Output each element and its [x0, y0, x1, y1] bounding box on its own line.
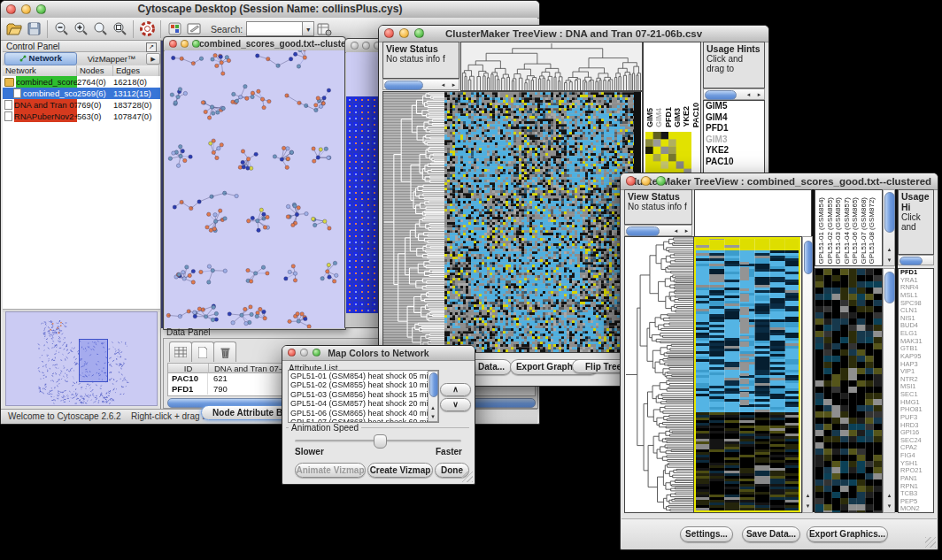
gene-label[interactable]: YKE2	[704, 145, 764, 157]
main-title-bar[interactable]: Cytoscape Desktop (Session Name: collins…	[1, 1, 539, 19]
scroll-down-icon[interactable]: ▾	[429, 412, 437, 421]
zoom-button[interactable]	[656, 176, 666, 186]
scroll-up-icon[interactable]: ▴	[884, 491, 894, 500]
heatmap-canvas[interactable]	[694, 237, 800, 512]
network-canvas[interactable]	[165, 50, 344, 328]
minimize-button[interactable]	[641, 176, 651, 186]
minimize-button[interactable]	[362, 42, 370, 50]
network-list-row[interactable]: combined_scores2764(0)16218(0)	[3, 76, 160, 88]
scroll-right-icon[interactable]: ▸	[449, 81, 459, 89]
treeview1-title-bar[interactable]: ClusterMaker TreeView : DNA and Tran 07-…	[379, 26, 768, 42]
gene-label[interactable]: PAC10	[704, 157, 764, 168]
tv1-row-dendrogram[interactable]	[382, 91, 445, 353]
row-dendrogram-canvas[interactable]	[625, 237, 693, 512]
scroll-left-icon[interactable]: ◂	[744, 90, 753, 99]
heatmap-canvas[interactable]	[444, 92, 641, 352]
save-icon[interactable]	[24, 19, 43, 39]
scroll-down-icon[interactable]: ▾	[803, 502, 813, 510]
tv2-column-dendrogram[interactable]	[694, 189, 812, 237]
tv2-export-graphics-button[interactable]: Export Graphics...	[807, 526, 888, 542]
zoom-button[interactable]	[192, 40, 200, 48]
scroll-up-icon[interactable]: ▴	[884, 245, 894, 254]
gene-label[interactable]: MON2	[899, 505, 933, 513]
tv2-row-dendrogram[interactable]	[624, 236, 694, 513]
float-panel-icon[interactable]: ↗	[146, 42, 157, 52]
tab-network[interactable]: Network	[4, 52, 77, 65]
gene-label[interactable]: GIM4	[704, 112, 764, 124]
tv2-settings-button[interactable]: Settings...	[680, 526, 733, 542]
resize-grip[interactable]	[925, 537, 936, 548]
tv2-zoom-heatmap[interactable]	[815, 269, 882, 512]
scroll-down-icon[interactable]: ▾	[884, 502, 894, 510]
zoom-in-icon[interactable]	[71, 19, 90, 39]
tv1-usage-hscrollbar[interactable]: ◂ ▸	[703, 88, 765, 100]
scroll-left-icon[interactable]: ◂	[671, 226, 681, 235]
attribute-item[interactable]: GPL51-02 (GSM855) heat shock 10 min	[289, 380, 438, 389]
vscroll-thumb[interactable]	[804, 241, 813, 274]
zoom-button[interactable]	[414, 28, 424, 38]
open-file-icon[interactable]	[4, 19, 24, 39]
gene-label[interactable]: PFD1	[704, 123, 764, 134]
tv1-column-dendrogram[interactable]	[460, 42, 643, 91]
tv2-usage-hscrollbar[interactable]	[898, 255, 934, 265]
zoom-fit-icon[interactable]	[90, 19, 110, 39]
close-button[interactable]	[169, 40, 177, 48]
close-button[interactable]	[384, 28, 394, 38]
new-attribute-icon[interactable]	[191, 341, 214, 362]
hscroll-thumb[interactable]	[384, 81, 423, 90]
close-button[interactable]	[351, 42, 359, 50]
dialog-title-bar[interactable]: Map Colors to Network	[282, 346, 475, 361]
move-attribute-up-button[interactable]: ∧	[440, 383, 471, 396]
minimize-button[interactable]	[181, 40, 189, 48]
minimize-button[interactable]	[399, 28, 409, 38]
tv2-status-hscrollbar[interactable]: ◂ ▸	[624, 225, 692, 236]
create-vizmap-button[interactable]: Create Vizmap	[367, 463, 433, 478]
row-dendrogram-canvas[interactable]	[383, 92, 444, 352]
tv1-zoom-heatmap[interactable]	[645, 132, 691, 176]
tv2-zoom-vscrollbar[interactable]: ▴ ▾	[883, 268, 895, 513]
scroll-right-icon[interactable]: ▸	[754, 90, 764, 99]
minimize-button[interactable]	[300, 349, 308, 357]
tv2-heatmap[interactable]	[694, 236, 802, 513]
vscroll-thumb[interactable]	[429, 372, 438, 397]
zoom-out-icon[interactable]	[51, 19, 71, 39]
zoom-button[interactable]	[36, 4, 46, 14]
tv2-labels-vscrollbar[interactable]: ▴ ▾	[883, 189, 895, 266]
animate-vizmap-button[interactable]: Animate Vizmap	[295, 463, 366, 478]
zoom-button[interactable]	[313, 349, 320, 357]
move-attribute-down-button[interactable]: ∨	[440, 398, 471, 411]
vscroll-thumb[interactable]	[884, 192, 895, 233]
hscroll-thumb[interactable]	[626, 226, 660, 236]
help-lifesaver-icon[interactable]	[137, 19, 157, 39]
column-dendrogram-canvas[interactable]	[461, 42, 642, 90]
hscroll-thumb[interactable]	[705, 90, 737, 100]
close-button[interactable]	[626, 176, 636, 186]
zoom-selected-icon[interactable]	[110, 19, 129, 39]
tv2-save-data-button[interactable]: Save Data...	[742, 526, 800, 542]
tv1-heatmap[interactable]	[444, 91, 643, 353]
tv1-status-hscrollbar[interactable]: ◂ ▸	[382, 79, 459, 90]
network-list-row[interactable]: RNAPuberNov2+563(0)107847(0)	[3, 111, 160, 122]
close-button[interactable]	[6, 4, 16, 14]
attribute-item[interactable]: GPL51-01 (GSM854) heat shock 05 min	[289, 372, 438, 380]
close-button[interactable]	[288, 349, 296, 357]
animation-speed-slider-thumb[interactable]	[374, 434, 387, 449]
resize-grip[interactable]	[462, 472, 473, 482]
network-list-row[interactable]: combined_sco2569(6)13112(15)	[3, 88, 160, 99]
attribute-item[interactable]: GPL51-06 (GSM865) heat shock 40 min	[289, 409, 438, 418]
tab-vizmapper[interactable]: VizMapper™	[77, 53, 146, 65]
attribute-item[interactable]: GPL51-04 (GSM857) heat shock 20 min	[289, 399, 438, 408]
minimize-button[interactable]	[21, 4, 31, 14]
vscroll-thumb[interactable]	[884, 272, 895, 303]
gene-label[interactable]: GIM3	[704, 134, 764, 146]
search-dropdown-icon[interactable]: ▾	[302, 21, 314, 36]
attribute-select-icon[interactable]	[169, 341, 192, 362]
delete-attribute-icon[interactable]	[213, 341, 236, 362]
search-input[interactable]	[246, 21, 302, 36]
hscroll-thumb[interactable]	[900, 257, 923, 265]
scroll-right-icon[interactable]: ▸	[682, 226, 691, 235]
network-list-row[interactable]: DNA and Tran 07769(0)183728(0)	[3, 99, 160, 111]
network-view-title-bar[interactable]: combined_scores_good.txt--cluste...	[164, 37, 345, 51]
gene-label[interactable]: GIM5	[704, 101, 764, 112]
scroll-down-icon[interactable]: ▾	[884, 256, 894, 265]
